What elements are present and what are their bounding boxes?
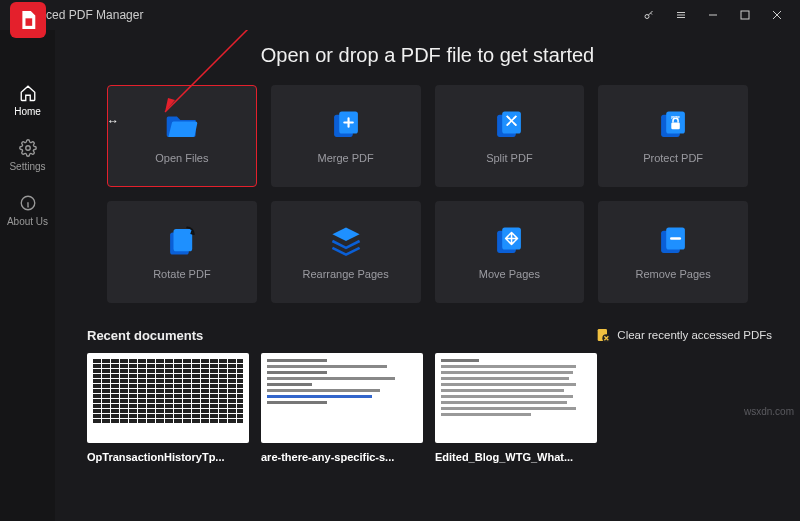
merge-icon — [329, 108, 363, 142]
move-icon — [492, 224, 526, 258]
split-icon — [492, 108, 526, 142]
action-merge-pdf[interactable]: Merge PDF — [271, 85, 421, 187]
action-move-pages[interactable]: Move Pages — [435, 201, 585, 303]
svg-rect-2 — [25, 18, 32, 26]
card-label: Move Pages — [479, 268, 540, 280]
action-split-pdf[interactable]: Split PDF — [435, 85, 585, 187]
sidebar-item-about[interactable]: About Us — [0, 186, 55, 241]
sidebar-item-home[interactable]: Home — [0, 76, 55, 131]
action-protect-pdf[interactable]: PDF Protect PDF — [598, 85, 748, 187]
key-icon[interactable] — [634, 3, 664, 27]
svg-point-3 — [25, 146, 30, 151]
doc-thumbnail — [87, 353, 249, 443]
gear-icon — [19, 139, 37, 157]
svg-rect-10 — [503, 111, 522, 133]
recent-documents: OpTransactionHistoryTp... are-there-any-… — [79, 353, 776, 463]
maximize-button[interactable] — [730, 3, 760, 27]
doc-thumbnail — [435, 353, 597, 443]
action-grid: Open Files Merge PDF Split PDF PDF Prote… — [79, 85, 776, 303]
action-open-files[interactable]: Open Files — [107, 85, 257, 187]
doc-thumbnail — [261, 353, 423, 443]
card-label: Open Files — [155, 152, 208, 164]
doc-name: are-there-any-specific-s... — [261, 451, 423, 463]
card-label: Split PDF — [486, 152, 532, 164]
window-controls — [634, 3, 792, 27]
rotate-icon — [165, 224, 199, 258]
doc-name: Edited_Blog_WTG_What... — [435, 451, 597, 463]
nav-label: Settings — [9, 161, 45, 172]
app-logo-icon — [10, 2, 46, 38]
close-button[interactable] — [762, 3, 792, 27]
recent-title: Recent documents — [87, 328, 203, 343]
card-label: Protect PDF — [643, 152, 703, 164]
action-remove-pages[interactable]: Remove Pages — [598, 201, 748, 303]
recent-header: Recent documents Clear recently accessed… — [87, 327, 772, 343]
svg-rect-16 — [173, 229, 192, 251]
sidebar-item-settings[interactable]: Settings — [0, 131, 55, 186]
main-content: ↔ Open or drop a PDF file to get started… — [55, 30, 800, 521]
nav-label: Home — [14, 106, 41, 117]
menu-icon[interactable] — [666, 3, 696, 27]
recent-document[interactable]: are-there-any-specific-s... — [261, 353, 423, 463]
svg-rect-14 — [671, 122, 680, 129]
svg-rect-1 — [741, 11, 749, 19]
doc-name: OpTransactionHistoryTp... — [87, 451, 249, 463]
card-label: Rearrange Pages — [303, 268, 389, 280]
sidebar: Home Settings About Us — [0, 30, 55, 521]
minimize-button[interactable] — [698, 3, 728, 27]
home-icon — [19, 84, 37, 102]
layers-icon — [329, 224, 363, 258]
recent-document[interactable]: Edited_Blog_WTG_What... — [435, 353, 597, 463]
hero-title: Open or drop a PDF file to get started — [79, 44, 776, 67]
titlebar: Advanced PDF Manager — [0, 0, 800, 30]
info-icon — [19, 194, 37, 212]
clear-recent-button[interactable]: Clear recently accessed PDFs — [595, 327, 772, 343]
folder-icon — [165, 108, 199, 142]
clear-label: Clear recently accessed PDFs — [617, 329, 772, 341]
clear-icon — [595, 327, 611, 343]
action-rotate-pdf[interactable]: Rotate PDF — [107, 201, 257, 303]
remove-icon — [656, 224, 690, 258]
action-rearrange-pages[interactable]: Rearrange Pages — [271, 201, 421, 303]
recent-document[interactable]: OpTransactionHistoryTp... — [87, 353, 249, 463]
watermark: wsxdn.com — [744, 406, 794, 417]
lock-icon: PDF — [656, 108, 690, 142]
card-label: Remove Pages — [636, 268, 711, 280]
card-label: Merge PDF — [318, 152, 374, 164]
card-label: Rotate PDF — [153, 268, 210, 280]
nav-label: About Us — [7, 216, 48, 227]
